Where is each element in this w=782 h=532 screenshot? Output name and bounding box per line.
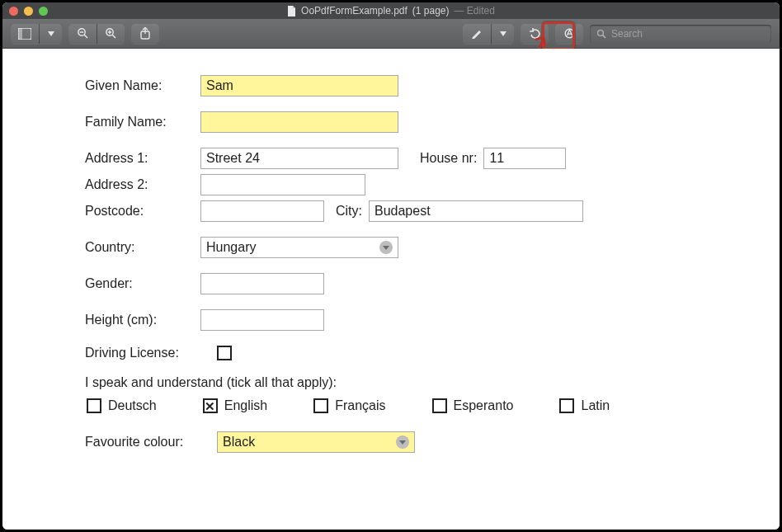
- family-name-field[interactable]: [200, 111, 398, 133]
- fav-colour-value: Black: [223, 435, 255, 450]
- markup-segment: [463, 24, 514, 44]
- svg-rect-1: [18, 28, 22, 40]
- search-placeholder: Search: [611, 28, 643, 40]
- language-option-francais: Français: [313, 398, 385, 413]
- svg-line-13: [603, 35, 605, 37]
- family-name-label: Family Name:: [85, 115, 200, 129]
- height-label: Height (cm):: [85, 313, 200, 327]
- language-option-esperanto: Esperanto: [432, 398, 514, 413]
- window-title-filename: OoPdfFormExample.pdf: [301, 5, 407, 16]
- height-field[interactable]: [200, 309, 324, 331]
- language-label-deutsch: Deutsch: [108, 398, 157, 413]
- fav-colour-dropdown[interactable]: Black: [217, 431, 415, 453]
- given-name-label: Given Name:: [85, 78, 200, 93]
- preview-window: OoPdfFormExample.pdf (1 page) — Edited: [0, 0, 782, 532]
- highlight-button[interactable]: [463, 24, 491, 44]
- share-button[interactable]: [131, 24, 159, 44]
- share-segment: [131, 24, 159, 44]
- languages-prompt: I speak and understand (tick all that ap…: [85, 375, 743, 390]
- window-title-edited: — Edited: [455, 5, 495, 16]
- house-nr-label: House nr:: [420, 151, 477, 166]
- gender-field[interactable]: [200, 273, 324, 294]
- gender-label: Gender:: [85, 276, 200, 291]
- language-checkbox-esperanto[interactable]: [432, 398, 447, 413]
- address1-value: Street 24: [206, 151, 260, 166]
- language-label-english: English: [224, 398, 267, 413]
- fav-colour-label: Favourite colour:: [85, 435, 217, 450]
- language-checkbox-latin[interactable]: [559, 398, 574, 413]
- chevron-down-icon: [396, 435, 409, 449]
- country-label: Country:: [85, 240, 200, 255]
- house-nr-value: 11: [489, 151, 504, 166]
- language-label-latin: Latin: [581, 398, 610, 413]
- sidebar-view-button[interactable]: [11, 24, 39, 44]
- window-title: OoPdfFormExample.pdf (1 page) — Edited: [2, 2, 780, 19]
- minimize-window-button[interactable]: [24, 7, 33, 16]
- close-window-button[interactable]: [9, 7, 18, 16]
- house-nr-field[interactable]: 11: [483, 148, 566, 169]
- address1-label: Address 1:: [85, 151, 200, 166]
- language-checkbox-deutsch[interactable]: [87, 398, 101, 413]
- document-icon: [287, 6, 296, 16]
- svg-line-3: [84, 35, 87, 38]
- given-name-field[interactable]: Sam: [200, 75, 398, 97]
- driving-license-checkbox[interactable]: [217, 346, 232, 360]
- annotation-highlight-box: [542, 21, 575, 50]
- zoom-segment: [68, 24, 125, 44]
- languages-row: Deutsch ✕ English Français Esperanto: [87, 398, 743, 413]
- driving-license-label: Driving License:: [85, 346, 217, 360]
- chevron-down-icon: [379, 241, 393, 254]
- language-checkbox-francais[interactable]: [313, 398, 328, 413]
- search-icon: [596, 29, 606, 39]
- traffic-lights: [9, 7, 48, 16]
- view-segment: [11, 24, 62, 44]
- postcode-label: Postcode:: [85, 204, 200, 219]
- country-value: Hungary: [206, 240, 256, 255]
- sidebar-view-dropdown[interactable]: [39, 24, 62, 44]
- given-name-value: Sam: [206, 78, 233, 93]
- svg-line-6: [112, 35, 115, 38]
- language-checkbox-english[interactable]: ✕: [203, 398, 218, 413]
- country-dropdown[interactable]: Hungary: [200, 237, 398, 258]
- svg-point-12: [598, 30, 604, 35]
- zoom-in-button[interactable]: [97, 24, 125, 44]
- language-option-latin: Latin: [559, 398, 610, 413]
- postcode-field[interactable]: [200, 200, 324, 222]
- address2-field[interactable]: [200, 174, 365, 195]
- city-label: City:: [336, 204, 362, 219]
- language-option-deutsch: Deutsch: [87, 398, 157, 413]
- zoom-window-button[interactable]: [39, 7, 48, 16]
- language-label-esperanto: Esperanto: [454, 398, 514, 413]
- search-field[interactable]: Search: [590, 25, 771, 43]
- address1-field[interactable]: Street 24: [200, 148, 398, 169]
- language-label-francais: Français: [335, 398, 385, 413]
- zoom-out-button[interactable]: [68, 24, 97, 44]
- titlebar: OoPdfFormExample.pdf (1 page) — Edited: [2, 2, 780, 19]
- document-viewport: Given Name: Sam Family Name: Address 1: …: [2, 49, 780, 530]
- toolbar: Search: [2, 19, 780, 49]
- city-value: Budapest: [375, 204, 431, 219]
- language-option-english: ✕ English: [203, 398, 267, 413]
- city-field[interactable]: Budapest: [369, 200, 583, 222]
- highlight-dropdown[interactable]: [491, 24, 514, 44]
- window-inner: OoPdfFormExample.pdf (1 page) — Edited: [2, 2, 780, 530]
- pdf-page: Given Name: Sam Family Name: Address 1: …: [6, 52, 776, 526]
- address2-label: Address 2:: [85, 177, 200, 192]
- window-title-pages: (1 page): [412, 5, 450, 16]
